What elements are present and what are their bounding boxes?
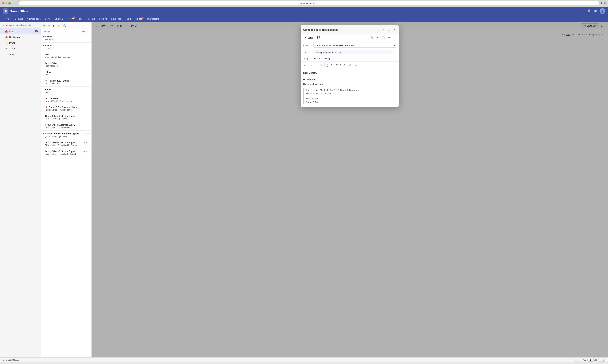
sign-button[interactable]: ✒ xyxy=(387,36,391,40)
attach-dropdown-button[interactable]: ▾ xyxy=(376,36,379,40)
share-button[interactable]: ⬆ xyxy=(600,2,602,5)
align-center-button[interactable]: ≡ xyxy=(339,63,342,67)
list-item[interactable]: Group-Office Customer Supp... Ticket in … xyxy=(41,122,91,131)
strikethrough-button[interactable]: S xyxy=(316,63,319,67)
font-color-button[interactable]: A. xyxy=(326,63,329,67)
list-item[interactable]: test Updated invitation: Meeting xyxy=(41,51,91,60)
save-draft-button[interactable]: 💾 xyxy=(316,36,321,40)
sidebar-item-trash[interactable]: 🗑 Trash xyxy=(0,46,41,51)
search-icon-button[interactable]: 🔍 xyxy=(588,9,592,13)
last-page-button[interactable]: ⟫ xyxy=(602,358,605,362)
drafts-icon: 📝 xyxy=(5,41,8,44)
browser-chrome: ‹ › localhost/#email ↻ ⬆ ⊞ xyxy=(0,0,608,7)
attachment-icon: 📎 xyxy=(45,80,47,82)
menu-item-startpage[interactable]: Start page xyxy=(109,17,123,21)
list-item[interactable]: 📎 Administrator, System two attachments xyxy=(41,78,91,87)
sidebar-item-spam[interactable]: ⚠ Spam xyxy=(0,51,41,57)
close-window-button[interactable] xyxy=(2,2,4,4)
back-button[interactable]: ‹ xyxy=(12,1,14,5)
list-item[interactable]: Admin test xyxy=(41,87,91,95)
compose-close-button[interactable]: × xyxy=(392,27,396,32)
refresh-icon[interactable]: ↻ xyxy=(317,2,318,5)
unread-dot xyxy=(43,36,44,38)
list-item[interactable]: Group-Office Customer Support 24 May [ts… xyxy=(41,131,91,140)
menu-item-email[interactable]: E-mail 6 xyxy=(66,16,76,21)
underline-button[interactable]: U xyxy=(310,63,314,67)
list-item[interactable]: Group-Office Customer Support 24 May Tic… xyxy=(41,140,91,148)
first-page-button[interactable]: ⟪ xyxy=(574,358,578,362)
menu-item-addressbook[interactable]: Address book xyxy=(25,17,42,21)
list-item[interactable]: Admin safdasdas xyxy=(41,34,91,42)
bold-button[interactable]: B xyxy=(303,63,306,67)
align-right-button[interactable]: ≡ xyxy=(343,63,346,67)
list-item[interactable]: Group-Office Ticket 201800001 verloopt v… xyxy=(41,95,91,104)
sidebar-account[interactable]: ▼ admin@intermesh.localhost xyxy=(0,22,41,28)
menu-item-notes[interactable]: Notes xyxy=(3,17,13,21)
superscript-button[interactable]: x² xyxy=(320,63,323,67)
from-select[interactable]: "Admin" <admin@intermesh.localhost> xyxy=(314,43,396,48)
subject-input[interactable] xyxy=(314,57,396,60)
list-item[interactable]: Admin assad xyxy=(41,42,91,51)
menu-item-projects[interactable]: Projects xyxy=(97,17,109,21)
quoted-header: On Thursday, 21-06-2018 at 14:51 Group-O… xyxy=(306,89,396,92)
sidebar-item-inbox[interactable]: 📥 Inbox 5 xyxy=(0,28,41,34)
email-preview: [ts #201800001] - sadsad xyxy=(45,117,89,120)
fmt-more-button[interactable]: ⋮ xyxy=(358,63,362,67)
menu-item-holidays[interactable]: Holidays xyxy=(84,17,97,21)
move-button[interactable]: 📁 xyxy=(57,23,61,28)
sent-icon: 📤 xyxy=(5,36,8,38)
sidebar-item-drafts[interactable]: 📝 Drafts xyxy=(0,40,41,46)
list-item[interactable]: Admin test xyxy=(41,69,91,78)
send-button[interactable]: ➤ Send xyxy=(303,35,315,40)
align-left-button[interactable]: ≡ xyxy=(335,63,339,67)
delete-button[interactable]: 🗑 xyxy=(52,24,56,28)
menu-item-tasks[interactable]: Tasks xyxy=(123,17,133,21)
email-detail: ↩ Reply ↩↩ Reply all ↪ Forward 💾 Save as… xyxy=(92,22,608,357)
page-input[interactable] xyxy=(587,358,594,362)
maximize-window-button[interactable] xyxy=(9,2,11,4)
apps-grid-button[interactable]: ⊞ xyxy=(594,9,597,13)
menu-item-calendar[interactable]: Calendar xyxy=(52,17,66,21)
compose-maximize-button[interactable]: ⤢ xyxy=(387,27,391,32)
new-tab-button[interactable]: ⊞ xyxy=(604,2,606,5)
search-button[interactable]: 🔍 xyxy=(62,23,67,28)
compose-minimize-button[interactable]: − xyxy=(381,27,385,32)
template-button[interactable]: 📄 xyxy=(381,36,386,40)
to-options-button[interactable]: ⋯ xyxy=(394,51,396,54)
email-sender: Group-Office Customer Supp... xyxy=(45,115,89,117)
menu-item-files[interactable]: Files xyxy=(76,17,84,21)
email-preview: test xyxy=(45,74,89,76)
menu-item-modules[interactable]: Modules xyxy=(13,17,25,21)
compose-body[interactable]: Dear System, Best regards System Adminis… xyxy=(301,68,399,107)
menu-item-tickets[interactable]: Tickets 3 xyxy=(133,17,144,21)
highlight-button[interactable]: H. xyxy=(330,63,333,67)
menu-item-timetracking[interactable]: Time tracking xyxy=(144,17,161,21)
attach-button[interactable]: 📎 xyxy=(370,36,375,40)
list-button[interactable]: ☰ xyxy=(354,63,358,67)
url-text: localhost/#email xyxy=(300,2,316,5)
sidebar-inbox-label: Inbox xyxy=(9,30,14,33)
compose-more-button[interactable]: ⋮ xyxy=(392,36,397,40)
menu-item-billing[interactable]: Billing xyxy=(42,17,53,21)
minimize-window-button[interactable] xyxy=(5,2,7,4)
list-item[interactable]: Group-Office Customer Support 24 May Tic… xyxy=(41,148,91,157)
url-bar[interactable]: localhost/#email ↻ xyxy=(19,1,599,5)
italic-button[interactable]: I xyxy=(307,63,309,67)
forward-button[interactable]: › xyxy=(15,1,18,5)
list-item[interactable]: Group-Office Customer Supp... [ts #20180… xyxy=(41,113,91,122)
next-page-button[interactable]: › xyxy=(598,358,601,362)
list-item[interactable]: Group-Office Test message xyxy=(41,60,91,69)
prev-page-button[interactable]: ‹ xyxy=(579,358,582,362)
to-input[interactable] xyxy=(314,51,393,54)
email-sender: Admin xyxy=(45,35,89,38)
refresh-button[interactable]: ↻ xyxy=(47,23,51,28)
compose-body-text: Dear System, Best regards System Adminis… xyxy=(303,71,396,104)
user-avatar[interactable]: 👤 xyxy=(599,8,605,14)
list-item[interactable]: 📌 Group-Office Customer Supp... Ticket i… xyxy=(41,104,91,113)
sidebar: ▼ admin@intermesh.localhost 📥 Inbox 5 📤 … xyxy=(0,22,41,357)
more-options-button[interactable]: ⋮ xyxy=(68,23,72,28)
link-button[interactable]: 🔗 xyxy=(348,63,353,67)
compose-button[interactable]: ✏ xyxy=(42,23,46,28)
sidebar-item-sent[interactable]: 📤 Sent items xyxy=(0,34,41,40)
storage-info: 1% of 512,0 M used xyxy=(3,359,19,361)
